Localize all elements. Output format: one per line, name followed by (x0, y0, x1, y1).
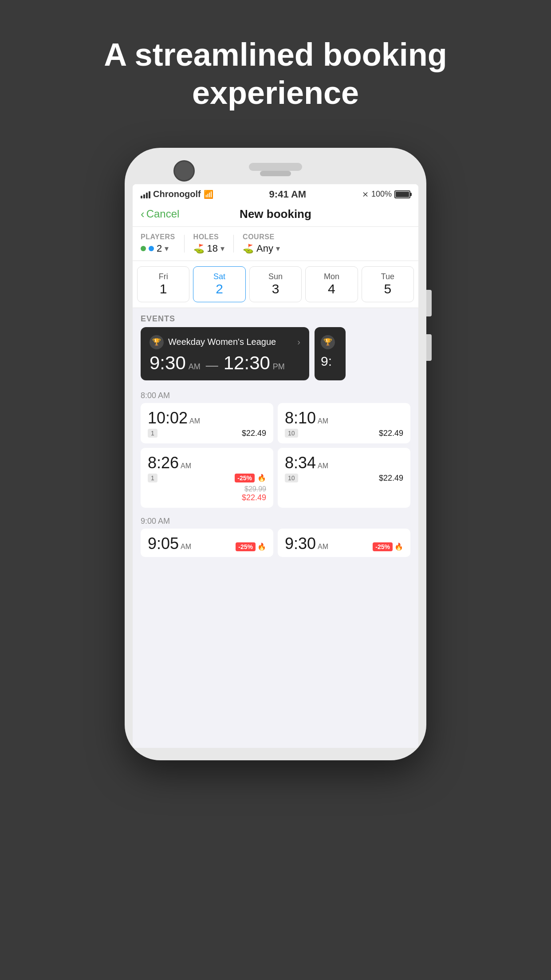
date-mon-4[interactable]: Mon 4 (305, 266, 358, 302)
course-value-row: ⛳ Any ▾ (243, 243, 280, 254)
slot-time-row-1: 10:02 AM (148, 410, 266, 426)
date-tue-5[interactable]: Tue 5 (362, 266, 414, 302)
holes-label: HOLES (193, 233, 224, 241)
players-count: 2 (157, 243, 162, 254)
date-sun-3[interactable]: Sun 3 (249, 266, 302, 302)
event-name: Weekday Women's League (168, 337, 276, 347)
event-start-period: AM (189, 362, 201, 371)
sale-price-1: $22.49 (242, 493, 266, 502)
slot-826am[interactable]: 8:26 AM 1 -25% 🔥 $29.99 $22.4 (141, 448, 273, 508)
slot-period-2: AM (318, 417, 328, 425)
slot-period-5: AM (181, 543, 191, 551)
wifi-icon: 📶 (204, 190, 213, 199)
slot-price-4: $22.49 (379, 474, 403, 483)
nav-bar: ‹ Cancel New booking (133, 203, 418, 227)
signal-bar-3 (146, 193, 148, 198)
cancel-label: Cancel (146, 208, 180, 220)
side-button-1 (426, 290, 432, 316)
slot-time-1: 10:02 (148, 410, 188, 426)
date-selector: Fri 1 Sat 2 Sun 3 Mon 4 Tue 5 (133, 261, 418, 308)
event-end-period: PM (273, 362, 285, 371)
headline-line1: A streamlined booking (104, 37, 447, 72)
time-9am-label: 9:00 AM (133, 512, 418, 529)
event-time-row: 9:30 AM — 12:30 PM (150, 354, 300, 372)
event-title-row: 🏆 Weekday Women's League (150, 335, 276, 349)
slots-9am-grid: 9:05 AM -25% 🔥 9:30 AM (133, 529, 418, 561)
players-chevron-icon: ▾ (165, 244, 169, 253)
slot-time-2: 8:10 (285, 410, 316, 426)
slot-players-4: 10 (285, 474, 298, 482)
phone-speaker (249, 163, 302, 171)
slots-8am-grid: 10:02 AM 1 $22.49 8:10 AM (133, 403, 418, 512)
slot-time-row-4: 8:34 AM (285, 455, 403, 471)
event-end-time: 12:30 (224, 354, 270, 372)
date-sat-2[interactable]: Sat 2 (193, 266, 245, 302)
slot-bottom-4: 10 $22.49 (285, 474, 403, 483)
slot-players-3: 1 (148, 474, 157, 482)
slot-bottom-1: 1 $22.49 (148, 429, 266, 438)
slot-time-5: 9:05 (148, 536, 179, 552)
fire-icon-1: 🔥 (257, 474, 266, 482)
player-dot-green (141, 246, 146, 251)
event-card-1[interactable]: 🏆 Weekday Women's League › 9:30 AM — 12:… (141, 327, 309, 380)
slot-905am[interactable]: 9:05 AM -25% 🔥 (141, 529, 273, 557)
course-pin-icon: ⛳ (243, 243, 254, 254)
original-price-1: $29.99 (244, 485, 266, 493)
bluetooth-icon: ⨯ (362, 190, 369, 199)
course-label: COURSE (243, 233, 280, 241)
players-filter[interactable]: PLAYERS 2 ▾ (141, 233, 175, 254)
slot-time-row-5: 9:05 AM -25% 🔥 (148, 536, 266, 552)
slot-period-6: AM (318, 543, 328, 551)
phone-home-button (260, 171, 291, 176)
slot-834am[interactable]: 8:34 AM 10 $22.49 (278, 448, 410, 508)
screen-content: EVENTS 🏆 Weekday Women's League › 9:30 (133, 308, 418, 748)
date-fri-1[interactable]: Fri 1 (137, 266, 189, 302)
slot-players-2: 10 (285, 429, 298, 438)
signal-bars-icon (141, 190, 150, 198)
holes-count: 18 (207, 243, 218, 254)
event-arrow-icon: › (297, 337, 300, 347)
event-card-2-partial[interactable]: 🏆 9: (315, 327, 346, 380)
players-value-row: 2 ▾ (141, 243, 175, 254)
slot-period-3: AM (181, 462, 191, 470)
slot-930am[interactable]: 9:30 AM -25% 🔥 (278, 529, 410, 557)
slot-time-3: 8:26 (148, 455, 179, 471)
filter-divider-2 (233, 235, 234, 253)
slot-time-4: 8:34 (285, 455, 316, 471)
slot-bottom-2: 10 $22.49 (285, 429, 403, 438)
holes-filter[interactable]: HOLES ⛳ 18 ▾ (193, 233, 224, 254)
status-right: ⨯ 100% (362, 190, 410, 199)
slot-1002am[interactable]: 10:02 AM 1 $22.49 (141, 403, 273, 443)
phone-shell: Chronogolf 📶 9:41 AM ⨯ 100% ‹ Cancel (125, 148, 426, 760)
discount-badge-2: -25% (236, 542, 256, 551)
golf-pin-icon: ⛳ (193, 243, 205, 254)
course-chevron-icon: ▾ (276, 244, 280, 253)
slot-time-row-2: 8:10 AM (285, 410, 403, 426)
slot-time-row-3: 8:26 AM (148, 455, 266, 471)
player-dot-blue (149, 246, 154, 251)
signal-bar-2 (143, 194, 145, 198)
slot-period-4: AM (318, 462, 328, 470)
course-name: Any (256, 243, 273, 254)
filters-row: PLAYERS 2 ▾ HOLES ⛳ 18 ▾ (133, 227, 418, 261)
event-top-row: 🏆 Weekday Women's League › (150, 335, 300, 349)
slot-period-1: AM (189, 417, 200, 425)
players-label: PLAYERS (141, 233, 175, 241)
slot-price-2: $22.49 (379, 429, 403, 438)
trophy-icon: 🏆 (150, 335, 164, 349)
slot-bottom-3: 1 -25% 🔥 (148, 474, 266, 482)
discount-badge-3: -25% (373, 542, 393, 551)
discount-badge-1: -25% (235, 474, 255, 482)
course-filter[interactable]: COURSE ⛳ Any ▾ (243, 233, 280, 254)
events-scroll: 🏆 Weekday Women's League › 9:30 AM — 12:… (133, 327, 418, 387)
slot-players-1: 1 (148, 429, 157, 438)
slot-810am[interactable]: 8:10 AM 10 $22.49 (278, 403, 410, 443)
partial-event-time: 9: (321, 354, 339, 369)
cancel-button[interactable]: ‹ Cancel (141, 207, 179, 221)
headline-line2: experience (192, 75, 359, 111)
discount-badge-row-5: -25% 🔥 (236, 542, 266, 551)
event-dash: — (203, 358, 221, 372)
time-8am-label: 8:00 AM (133, 387, 418, 403)
holes-chevron-icon: ▾ (220, 244, 224, 253)
holes-value-row: ⛳ 18 ▾ (193, 243, 224, 254)
